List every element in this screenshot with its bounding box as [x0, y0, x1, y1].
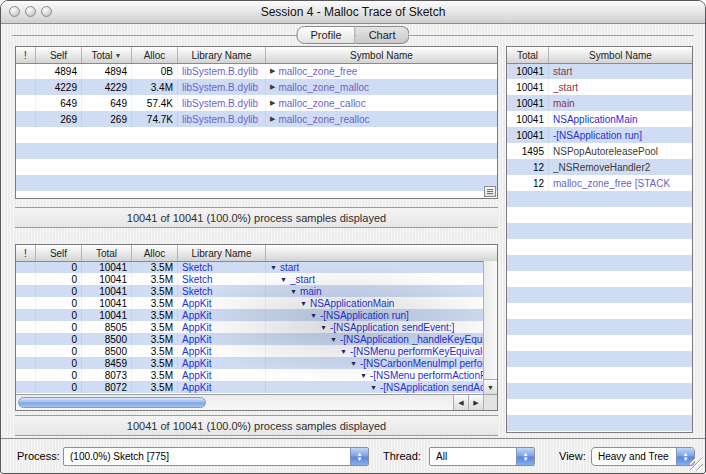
- table-row[interactable]: 649 649 57.4K libSystem.B.dylib ▶ malloc…: [16, 95, 497, 111]
- disclosure-triangle-icon[interactable]: ▶: [270, 83, 275, 91]
- disclosure-triangle-icon[interactable]: ▼: [320, 324, 327, 331]
- view-tabs: Profile Chart: [296, 26, 409, 44]
- table-row[interactable]: 10041 main: [507, 95, 692, 111]
- zoom-button[interactable]: [41, 6, 52, 17]
- table-row[interactable]: 0 8500 3.5M AppKit ▼ -[NSApplication _ha…: [16, 333, 483, 345]
- column-header-alloc[interactable]: Alloc: [132, 47, 178, 63]
- table-row[interactable]: 0 10041 3.5M AppKit ▼ NSApplicationMain: [16, 297, 483, 309]
- column-header-symbol[interactable]: Symbol Name: [549, 47, 692, 63]
- symbol-label: -[NSApplication sendEvent:]: [330, 322, 455, 333]
- column-header-symbol[interactable]: Symbol Name: [266, 47, 497, 63]
- resize-grip[interactable]: [690, 458, 703, 471]
- footer-bar: Process: (100.0%) Sketch [775] ▲ ▼ Threa…: [1, 438, 705, 473]
- self-cell: 0: [36, 333, 82, 345]
- scroll-right-arrow-icon[interactable]: ▶: [468, 395, 483, 410]
- symbol-label: start: [280, 262, 299, 273]
- table-row[interactable]: 269 269 74.7K libSystem.B.dylib ▶ malloc…: [16, 111, 497, 127]
- symbol-label: -[NSCarbonMenuImpl performActionW: [360, 358, 483, 369]
- popup-arrows-icon[interactable]: ▲ ▼: [516, 448, 534, 465]
- popup-arrows-icon[interactable]: ▲ ▼: [350, 448, 368, 465]
- total-cell: 10041: [82, 261, 132, 273]
- disclosure-triangle-icon[interactable]: ▼: [350, 360, 357, 367]
- title-bar[interactable]: Session 4 - Malloc Trace of Sketch: [1, 1, 705, 24]
- self-cell: 0: [36, 357, 82, 369]
- symbol-cell: _start: [549, 79, 692, 95]
- disclosure-triangle-icon[interactable]: ▼: [290, 288, 297, 295]
- self-cell: 0: [36, 309, 82, 321]
- column-header-flag[interactable]: !: [16, 47, 36, 63]
- self-cell: 0: [36, 261, 82, 273]
- library-cell: AppKit: [178, 309, 266, 321]
- process-popup[interactable]: (100.0%) Sketch [775] ▲ ▼: [63, 447, 369, 466]
- table-row[interactable]: 0 8072 3.5M AppKit ▼ -[NSApplication sen…: [16, 381, 483, 393]
- symbol-cell: ▼ NSApplicationMain: [266, 297, 483, 309]
- disclosure-triangle-icon[interactable]: ▼: [300, 300, 307, 307]
- view-popup[interactable]: Heavy and Tree ▲ ▼: [591, 447, 695, 466]
- table-row[interactable]: 10041 start: [507, 63, 692, 79]
- table-row[interactable]: 10041 NSApplicationMain: [507, 111, 692, 127]
- total-cell: 10041: [507, 79, 549, 95]
- disclosure-triangle-icon[interactable]: ▶: [270, 67, 275, 75]
- vertical-scrollbar[interactable]: ▼: [483, 261, 497, 394]
- column-header-library[interactable]: Library Name: [178, 47, 266, 63]
- disclosure-triangle-icon[interactable]: ▼: [310, 312, 317, 319]
- arrow-down-glyph: ▼: [523, 457, 529, 462]
- table-row[interactable]: 0 8459 3.5M AppKit ▼ -[NSCarbonMenuImpl …: [16, 357, 483, 369]
- tree-indent: [270, 375, 360, 376]
- symbol-cell: ▼ -[NSApplication sendAction:to:fr: [266, 381, 483, 393]
- disclosure-triangle-icon[interactable]: ▼: [330, 336, 337, 343]
- horizontal-scrollbar[interactable]: ◀ ▶: [16, 394, 483, 410]
- symbol-label: -[NSApplication run]: [320, 310, 409, 321]
- table-row[interactable]: 0 8500 3.5M AppKit ▼ -[NSMenu performKey…: [16, 345, 483, 357]
- column-header-total[interactable]: Total: [82, 245, 132, 261]
- table-row[interactable]: 4229 4229 3.4M libSystem.B.dylib ▶ mallo…: [16, 79, 497, 95]
- scroll-down-arrow-icon[interactable]: ▼: [484, 379, 497, 394]
- table-row[interactable]: 12 _NSRemoveHandler2: [507, 159, 692, 175]
- column-header-alloc[interactable]: Alloc: [132, 245, 178, 261]
- table-row[interactable]: 0 10041 3.5M Sketch ▼ main: [16, 285, 483, 297]
- disclosure-triangle-icon[interactable]: ▼: [360, 372, 367, 379]
- tree-indent: [270, 351, 340, 352]
- column-header-flag[interactable]: !: [16, 245, 36, 261]
- minimize-button[interactable]: [25, 6, 36, 17]
- symbol-cell: NSPopAutoreleasePool: [549, 143, 692, 159]
- table-row[interactable]: 10041 -[NSApplication run]: [507, 127, 692, 143]
- tab-profile[interactable]: Profile: [296, 26, 355, 44]
- disclosure-triangle-icon[interactable]: ▼: [370, 384, 377, 391]
- column-header-total[interactable]: Total: [507, 47, 549, 63]
- total-cell: 10041: [507, 127, 549, 143]
- table-row[interactable]: 0 8505 3.5M AppKit ▼ -[NSApplication sen…: [16, 321, 483, 333]
- library-cell: AppKit: [178, 297, 266, 309]
- table-row[interactable]: 0 8073 3.5M AppKit ▼ -[NSMenu performAct…: [16, 369, 483, 381]
- column-header-total[interactable]: Total ▼: [82, 47, 132, 63]
- table-row[interactable]: 0 10041 3.5M AppKit ▼ -[NSApplication ru…: [16, 309, 483, 321]
- column-header-library[interactable]: Library Name: [178, 245, 266, 261]
- scroll-left-arrow-icon[interactable]: ◀: [453, 395, 468, 410]
- table-row[interactable]: 12 malloc_zone_free [STACK: [507, 175, 692, 191]
- symbol-label: start: [553, 66, 572, 77]
- disclosure-triangle-icon[interactable]: ▼: [270, 264, 277, 271]
- column-header-self[interactable]: Self: [36, 245, 82, 261]
- symbol-cell: ▼ -[NSCarbonMenuImpl performActionW: [266, 357, 483, 369]
- disclosure-triangle-icon[interactable]: ▶: [270, 99, 275, 107]
- thread-popup[interactable]: All ▲ ▼: [429, 447, 535, 466]
- table-row[interactable]: 4894 4894 0B libSystem.B.dylib ▶ malloc_…: [16, 63, 497, 79]
- symbol-cell: ▼ _start: [266, 273, 483, 285]
- scrollbar-placeholder-icon: [484, 186, 496, 197]
- table-row[interactable]: 0 10041 3.5M Sketch ▼ start: [16, 261, 483, 273]
- symbol-label: -[NSApplication run]: [553, 130, 642, 141]
- disclosure-triangle-icon[interactable]: ▶: [270, 115, 275, 123]
- column-header-self[interactable]: Self: [36, 47, 82, 63]
- tree-indent: [270, 387, 370, 388]
- tab-chart[interactable]: Chart: [356, 26, 410, 44]
- horizontal-scroll-thumb[interactable]: [18, 397, 206, 408]
- total-cell: 8500: [82, 345, 132, 357]
- table-row[interactable]: 1495 NSPopAutoreleasePool: [507, 143, 692, 159]
- disclosure-triangle-icon[interactable]: ▼: [280, 276, 287, 283]
- column-header-symbol[interactable]: [266, 245, 497, 261]
- close-button[interactable]: [9, 6, 20, 17]
- heavy-table-header: ! Self Total ▼ Alloc Library Name Symbol…: [16, 47, 497, 64]
- table-row[interactable]: 0 10041 3.5M Sketch ▼ _start: [16, 273, 483, 285]
- table-row[interactable]: 10041 _start: [507, 79, 692, 95]
- disclosure-triangle-icon[interactable]: ▼: [340, 348, 347, 355]
